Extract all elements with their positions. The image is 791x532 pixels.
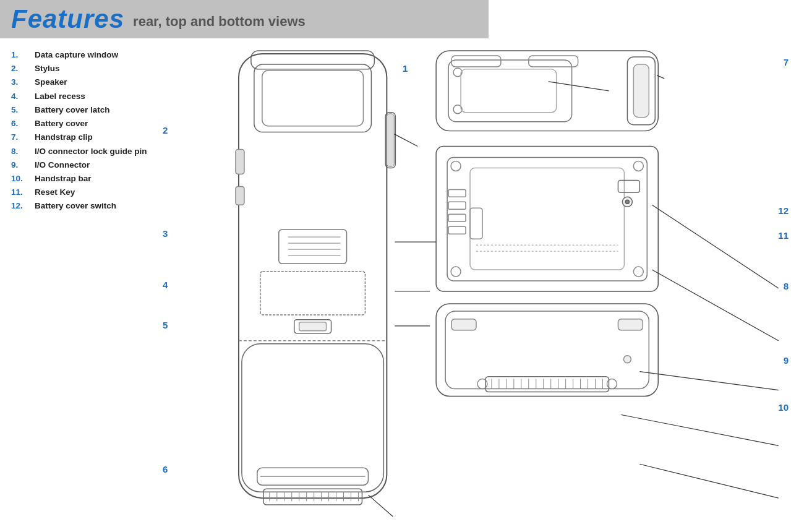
legend-panel: 1.Data capture window2.Stylus3.Speaker4.… [0,38,158,532]
svg-rect-42 [461,69,557,113]
svg-line-94 [652,270,778,341]
svg-rect-6 [279,230,347,264]
svg-rect-76 [448,214,466,221]
legend-num-1: 1. [11,49,35,61]
bottom-view [436,304,658,397]
svg-rect-0 [239,54,387,498]
callout-4: 4 [163,280,168,290]
legend-item-9: 9.I/O Connector [11,160,152,171]
svg-rect-13 [299,322,327,331]
legend-text-7: Handstrap clip [35,132,93,143]
legend-item-3: 3.Speaker [11,77,152,88]
svg-rect-81 [470,208,482,239]
legend-text-9: I/O Connector [35,160,90,171]
callout-11: 11 [778,230,789,241]
svg-rect-2 [254,64,372,132]
svg-rect-5 [387,114,394,167]
svg-line-95 [652,205,778,288]
legend-num-4: 4. [11,91,35,102]
callout-5: 5 [163,320,168,330]
rear-view [236,51,395,505]
svg-rect-37 [633,64,649,118]
device-diagram-svg [158,38,791,532]
callout-2: 2 [163,125,168,135]
legend-text-11: Reset Key [35,187,75,198]
legend-item-7: 7.Handstrap clip [11,132,152,143]
legend-num-6: 6. [11,118,35,129]
legend-num-5: 5. [11,105,35,116]
callout-7: 7 [784,57,789,67]
legend-item-1: 1.Data capture window [11,49,152,61]
callout-12: 12 [778,205,789,216]
callout-1: 1 [403,63,408,74]
svg-rect-34 [436,51,658,131]
svg-rect-64 [451,319,476,330]
svg-rect-69 [470,168,624,270]
legend-item-4: 4.Label recess [11,91,152,102]
legend-num-12: 12. [11,200,35,212]
callout-9: 9 [784,355,789,366]
svg-rect-18 [236,150,244,174]
legend-item-2: 2.Stylus [11,63,152,74]
svg-line-93 [639,464,778,498]
legend-text-10: Handstrap bar [35,173,92,184]
legend-text-4: Label recess [35,91,85,102]
top-view [436,51,658,131]
legend-text-2: Stylus [35,63,60,74]
content-area: 1.Data capture window2.Stylus3.Speaker4.… [0,38,791,532]
legend-item-8: 8.I/O connector lock guide pin [11,146,152,157]
legend-text-8: I/O connector lock guide pin [35,146,147,157]
legend-item-6: 6.Battery cover [11,118,152,129]
legend-num-9: 9. [11,160,35,171]
svg-point-71 [633,161,643,171]
page-title-features: Features [11,4,124,34]
svg-point-70 [451,161,461,171]
svg-line-84 [549,82,609,91]
svg-rect-68 [447,158,647,281]
legend-text-12: Battery cover switch [35,200,116,212]
legend-num-3: 3. [11,77,35,88]
legend-text-3: Speaker [35,77,67,88]
svg-line-92 [621,414,778,445]
svg-point-66 [623,356,631,363]
svg-rect-19 [236,186,244,205]
legend-item-5: 5.Battery cover latch [11,105,152,116]
svg-rect-74 [448,189,466,197]
svg-rect-39 [529,56,578,67]
svg-rect-80 [618,180,639,192]
svg-rect-20 [263,489,362,505]
svg-rect-65 [618,319,643,330]
callout-3: 3 [163,228,168,239]
legend-num-10: 10. [11,173,35,184]
svg-point-72 [451,267,461,277]
svg-rect-45 [485,377,609,392]
svg-rect-3 [262,71,364,126]
callout-10: 10 [778,402,789,413]
svg-line-91 [639,372,778,390]
svg-point-79 [625,200,629,204]
svg-point-73 [633,267,643,277]
callout-8: 8 [784,281,789,291]
legend-num-8: 8. [11,146,35,157]
legend-item-10: 10.Handstrap bar [11,173,152,184]
legend-text-5: Battery cover latch [35,105,110,116]
svg-rect-38 [451,56,501,67]
legend-item-11: 11.Reset Key [11,187,152,198]
back-detail-view [436,147,658,291]
legend-text-6: Battery cover [35,118,88,129]
svg-rect-11 [260,272,366,315]
legend-text-1: Data capture window [35,49,118,61]
diagram-area: 1 2 3 4 5 6 7 8 9 10 11 12 [158,38,791,532]
svg-line-85 [394,134,417,147]
legend-item-12: 12.Battery cover switch [11,200,152,212]
page-header: Features rear, top and bottom views [0,0,489,38]
svg-rect-77 [448,226,466,234]
legend-num-2: 2. [11,63,35,74]
svg-rect-43 [436,304,658,397]
legend-num-11: 11. [11,187,35,198]
page-title-sub: rear, top and bottom views [133,14,306,30]
callout-6: 6 [163,464,168,474]
svg-line-89 [368,495,393,517]
svg-rect-15 [242,344,383,492]
svg-rect-75 [448,202,466,209]
